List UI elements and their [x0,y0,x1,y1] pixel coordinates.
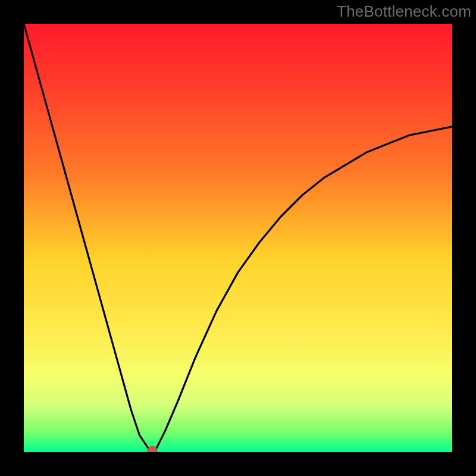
chart-container: TheBottleneck.com [0,0,476,476]
plot-frame [0,0,476,476]
plot-gradient-background [24,24,452,452]
watermark-text: TheBottleneck.com [337,2,471,21]
